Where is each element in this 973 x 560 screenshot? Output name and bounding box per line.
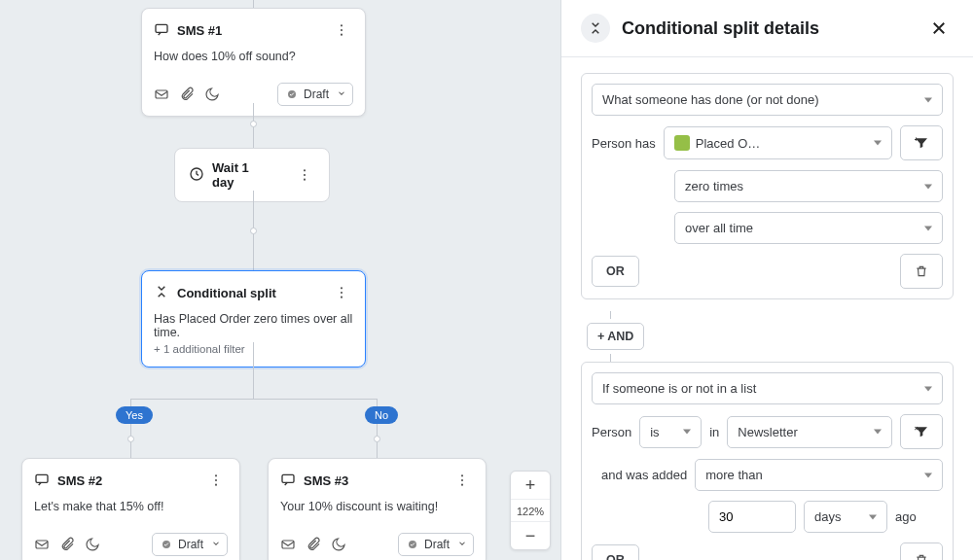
card-more-menu[interactable] xyxy=(330,281,353,304)
sms-icon xyxy=(154,21,169,40)
draft-label: Draft xyxy=(178,538,203,551)
zoom-out-button[interactable]: − xyxy=(511,522,550,549)
connector-node xyxy=(374,436,380,442)
card-body: Your 10% discount is waiting! xyxy=(269,492,486,525)
moon-icon xyxy=(85,537,100,552)
svg-point-7 xyxy=(304,169,306,171)
svg-point-2 xyxy=(341,29,342,31)
card-title: Conditional split xyxy=(177,286,276,300)
zoom-in-button[interactable]: + xyxy=(511,472,550,499)
svg-point-16 xyxy=(215,484,217,486)
is-select[interactable]: is xyxy=(639,416,702,448)
svg-point-20 xyxy=(461,474,463,476)
svg-point-21 xyxy=(461,479,463,481)
moon-icon xyxy=(331,537,346,552)
svg-rect-0 xyxy=(156,24,167,32)
svg-rect-19 xyxy=(282,474,294,482)
card-wait[interactable]: Wait 1 day xyxy=(174,148,330,202)
connector-node xyxy=(250,121,257,127)
svg-rect-23 xyxy=(282,541,294,548)
rule-type-select[interactable]: If someone is or not in a list xyxy=(592,372,943,404)
card-body: How does 10% off sound? xyxy=(142,42,365,75)
timerange-select[interactable]: over all time xyxy=(674,212,943,244)
unit-select[interactable]: days xyxy=(804,501,887,533)
person-label: Person xyxy=(592,425,631,439)
chevron-down-icon xyxy=(211,538,221,551)
svg-rect-17 xyxy=(36,541,48,548)
condition-group-2: If someone is or not in a list Person is… xyxy=(581,362,954,560)
draft-label: Draft xyxy=(304,88,329,101)
svg-point-3 xyxy=(341,34,342,36)
sms-icon xyxy=(280,472,296,490)
svg-text:×: × xyxy=(915,425,919,432)
card-title: SMS #2 xyxy=(57,473,102,488)
card-more-menu[interactable] xyxy=(204,469,228,492)
sms-icon xyxy=(34,472,50,490)
draft-label: Draft xyxy=(424,538,450,551)
remove-filter-button[interactable]: × xyxy=(900,414,943,449)
svg-point-22 xyxy=(461,484,463,486)
svg-point-14 xyxy=(215,474,217,476)
connector-node xyxy=(127,436,134,442)
and-connector xyxy=(610,354,611,362)
comparator-select[interactable]: more than xyxy=(695,459,943,491)
email-icon xyxy=(34,537,50,552)
svg-point-8 xyxy=(304,174,306,176)
in-label: in xyxy=(709,425,719,439)
card-more-menu[interactable] xyxy=(450,469,474,492)
card-sms-3[interactable]: SMS #3 Your 10% discount is waiting! Dra… xyxy=(268,458,486,560)
person-has-label: Person has xyxy=(592,136,656,151)
ago-label: ago xyxy=(895,509,917,524)
card-sms-1[interactable]: SMS #1 How does 10% off sound? Draft xyxy=(141,8,366,117)
svg-point-9 xyxy=(304,179,306,181)
added-label: and was added xyxy=(601,468,687,482)
draft-status-dropdown[interactable]: Draft xyxy=(277,83,353,106)
add-and-between-button[interactable]: + AND xyxy=(587,323,644,350)
connector xyxy=(253,342,254,399)
delete-condition-button[interactable] xyxy=(900,254,943,289)
card-more-menu[interactable] xyxy=(294,163,315,187)
shopify-icon xyxy=(674,135,690,151)
metric-select[interactable]: Placed O… xyxy=(664,126,892,159)
or-button[interactable]: OR xyxy=(592,544,639,560)
attachment-icon xyxy=(306,537,321,552)
svg-point-1 xyxy=(341,24,342,26)
email-icon xyxy=(154,87,169,102)
attachment-icon xyxy=(179,87,195,102)
svg-point-15 xyxy=(215,479,217,481)
card-body: Let's make that 15% off! xyxy=(22,492,239,525)
card-sms-2[interactable]: SMS #2 Let's make that 15% off! Draft xyxy=(21,458,240,560)
zoom-level: 122% xyxy=(511,499,550,522)
attachment-icon xyxy=(59,537,75,552)
card-title: SMS #3 xyxy=(304,473,348,488)
count-select[interactable]: zero times xyxy=(674,170,943,202)
draft-status-dropdown[interactable]: Draft xyxy=(152,533,228,556)
zoom-control: + 122% − xyxy=(510,471,551,550)
panel-title: Conditional split details xyxy=(622,18,819,39)
svg-point-11 xyxy=(341,292,342,294)
chevron-down-icon xyxy=(337,88,346,101)
connector-node xyxy=(250,228,257,234)
flow-canvas[interactable]: SMS #1 How does 10% off sound? Draft xyxy=(0,0,561,560)
split-description: Has Placed Order zero times over all tim… xyxy=(154,312,353,339)
card-title: SMS #1 xyxy=(177,23,222,38)
connector xyxy=(253,0,254,8)
or-button[interactable]: OR xyxy=(592,256,639,287)
close-button[interactable] xyxy=(924,14,954,43)
split-icon xyxy=(154,284,169,302)
wait-label: Wait 1 day xyxy=(212,160,270,190)
list-select[interactable]: Newsletter xyxy=(727,416,892,448)
rule-type-select[interactable]: What someone has done (or not done) xyxy=(592,84,943,116)
card-more-menu[interactable] xyxy=(330,18,353,42)
svg-rect-4 xyxy=(156,90,167,98)
add-filter-button[interactable]: + xyxy=(900,125,943,160)
moon-icon xyxy=(204,87,220,102)
quantity-input[interactable] xyxy=(708,501,796,533)
svg-rect-13 xyxy=(36,474,48,482)
delete-condition-button[interactable] xyxy=(900,542,943,560)
clock-icon xyxy=(189,166,204,185)
chevron-down-icon xyxy=(457,538,467,551)
draft-status-dropdown[interactable]: Draft xyxy=(398,533,474,556)
svg-point-10 xyxy=(341,287,342,289)
details-panel: Conditional split details What someone h… xyxy=(561,0,973,560)
